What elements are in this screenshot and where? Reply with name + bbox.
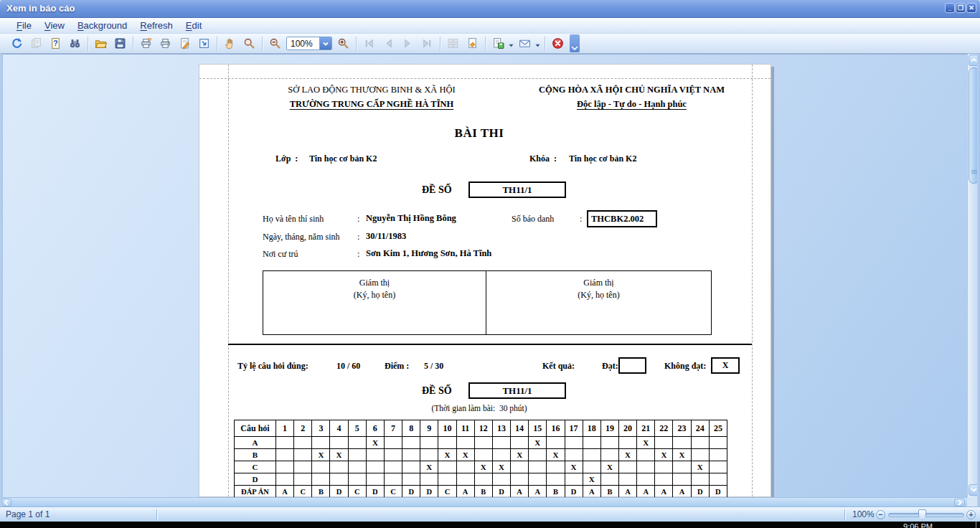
answer-table-cell — [529, 449, 547, 461]
preview-pane[interactable]: SỞ LAO ĐỘNG THƯƠNG BINH & XÃ HỘI TRƯỜNG … — [0, 54, 967, 497]
prev-page-icon — [380, 35, 397, 52]
answer-table-cell: D — [691, 486, 709, 498]
class-label: Lớp : — [275, 154, 298, 164]
open-icon[interactable] — [92, 35, 110, 52]
class-value: Tin học cơ bản K2 — [309, 154, 377, 164]
score-label: Điểm : — [385, 361, 409, 372]
background-color-icon[interactable] — [463, 35, 481, 52]
page-setup-icon[interactable] — [176, 35, 194, 52]
answer-table-label-cell: B — [235, 449, 276, 461]
menu-refresh[interactable]: Refresh — [133, 18, 179, 34]
menu-view[interactable]: View — [38, 18, 71, 34]
answer-table-cell: 9 — [420, 420, 438, 437]
multi-page-icon — [444, 35, 462, 52]
answer-table-cell — [348, 473, 366, 486]
answer-table-cell — [402, 461, 420, 473]
window-frame-right — [977, 54, 980, 506]
answer-table-cell — [474, 437, 492, 449]
answer-table-cell — [420, 449, 438, 461]
zoom-select-icon[interactable] — [240, 35, 258, 52]
restore-button[interactable]: ❐ — [956, 3, 966, 13]
answer-table-cell: 15 — [529, 420, 547, 437]
answer-table-cell — [294, 473, 312, 486]
answer-table-cell — [547, 461, 565, 473]
scroll-thumb-grip — [971, 169, 977, 174]
minimize-button[interactable]: _ — [945, 3, 955, 13]
answer-table-cell: X — [655, 449, 673, 461]
export-dropdown-caret-icon[interactable] — [509, 37, 514, 50]
answer-table-cell — [492, 449, 510, 461]
answer-table-cell: 21 — [637, 420, 655, 437]
document-title: BÀI THI — [228, 126, 730, 141]
email-icon[interactable] — [516, 35, 534, 52]
answer-table-cell: C — [384, 486, 402, 498]
answer-table-cell — [511, 437, 529, 449]
pass-label: Đạt: — [602, 361, 618, 372]
answer-table-cell — [583, 437, 600, 449]
answer-table-cell — [276, 473, 294, 486]
answer-table-cell — [384, 461, 402, 473]
answer-table-label-cell: C — [235, 461, 276, 473]
hand-icon[interactable] — [221, 35, 239, 52]
zoom-combobox[interactable]: 100% — [286, 37, 332, 50]
colon: : — [357, 214, 359, 225]
menu-file[interactable]: File — [10, 18, 38, 34]
export-icon[interactable] — [489, 35, 507, 52]
answer-table-cell — [655, 437, 673, 449]
zoom-slider-thumb[interactable] — [918, 509, 926, 520]
answer-table-cell — [583, 449, 600, 461]
answer-table-cell — [655, 461, 673, 473]
answer-table-cell — [384, 449, 402, 461]
answer-table-cell — [456, 473, 474, 486]
answer-table-cell: D — [402, 486, 420, 498]
print-icon[interactable] — [156, 35, 174, 52]
close-button[interactable]: ✕ — [966, 3, 976, 13]
zoom-in-button[interactable]: + — [966, 510, 976, 519]
stop-icon[interactable] — [549, 35, 567, 52]
answer-table-cell: X — [673, 449, 691, 461]
answer-table-cell: 3 — [312, 420, 330, 437]
answer-table-cell: 22 — [655, 420, 673, 437]
answer-table-cell: 17 — [565, 420, 583, 437]
answer-table-cell — [474, 473, 492, 486]
answer-table-cell: X — [565, 461, 583, 473]
answer-table-cell — [511, 473, 529, 486]
zoom-out-icon[interactable] — [266, 35, 284, 52]
address-value: Sơn Kim 1, Hương Sơn, Hà Tĩnh — [366, 248, 491, 259]
answer-table-cell — [384, 437, 402, 449]
answer-table: Câu hỏi123456789101112131415161718192021… — [234, 420, 727, 497]
print-setup-icon[interactable]: ? — [137, 35, 155, 52]
help-icon[interactable]: ? — [47, 35, 65, 52]
menu-edit[interactable]: Edit — [179, 18, 208, 34]
answer-table-cell: B — [547, 486, 565, 498]
answer-table-cell — [529, 473, 547, 486]
zoom-slider-track[interactable] — [888, 513, 964, 517]
horizontal-scrollbar[interactable] — [0, 497, 967, 506]
answer-table-cell: X — [456, 449, 474, 461]
fit-page-icon[interactable] — [195, 35, 213, 52]
answer-table-cell: X — [583, 473, 600, 486]
exam-code-box: TH11/1 — [468, 182, 566, 198]
email-dropdown-caret-icon[interactable] — [535, 37, 540, 50]
scroll-right-button[interactable] — [954, 499, 965, 506]
zoom-out-button[interactable]: − — [876, 510, 885, 519]
refresh-icon[interactable] — [8, 35, 26, 52]
find-icon[interactable] — [66, 35, 84, 52]
toolbar-separator — [262, 37, 263, 51]
chevron-down-icon[interactable] — [319, 37, 331, 50]
answer-table-cell — [276, 461, 294, 473]
answer-table-cell — [420, 437, 438, 449]
answer-table-cell — [565, 449, 583, 461]
answer-table-cell — [547, 473, 565, 486]
dob-label: Ngày, tháng, năm sinh — [263, 232, 340, 242]
toolbar-overflow-chevron-icon[interactable] — [570, 34, 580, 52]
answer-table-cell — [366, 461, 384, 473]
menu-background[interactable]: Background — [71, 18, 133, 34]
answer-table-cell: 10 — [438, 420, 456, 437]
answer-table-cell: A — [583, 486, 600, 498]
answer-table-cell — [312, 437, 330, 449]
save-icon[interactable] — [111, 35, 129, 52]
zoom-in-icon[interactable] — [334, 35, 352, 52]
zoom-combobox-value: 100% — [287, 37, 319, 50]
answer-table-cell — [547, 437, 565, 449]
